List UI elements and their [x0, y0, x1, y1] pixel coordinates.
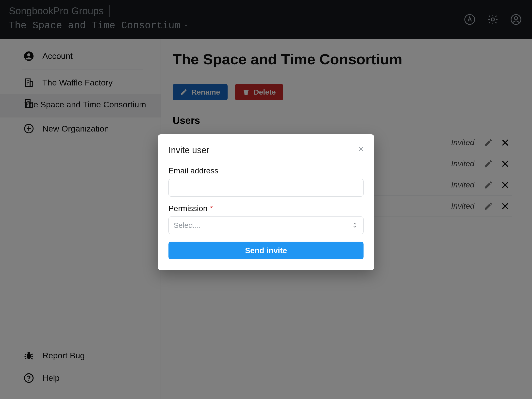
send-invite-button[interactable]: Send invite [168, 242, 364, 259]
permission-label-text: Permission [168, 204, 207, 213]
invite-user-modal: Invite user Email address Permission * S… [158, 134, 374, 270]
email-label: Email address [168, 166, 364, 175]
modal-title: Invite user [168, 145, 364, 155]
permission-label: Permission * [168, 204, 364, 213]
required-asterisk: * [210, 204, 213, 213]
button-label: Send invite [245, 246, 287, 255]
select-placeholder: Select... [174, 221, 200, 230]
close-icon[interactable] [357, 145, 366, 153]
chevron-updown-icon [351, 222, 358, 229]
permission-select[interactable]: Select... [168, 216, 364, 234]
modal-overlay[interactable]: Invite user Email address Permission * S… [0, 0, 532, 399]
email-input[interactable] [168, 179, 364, 197]
